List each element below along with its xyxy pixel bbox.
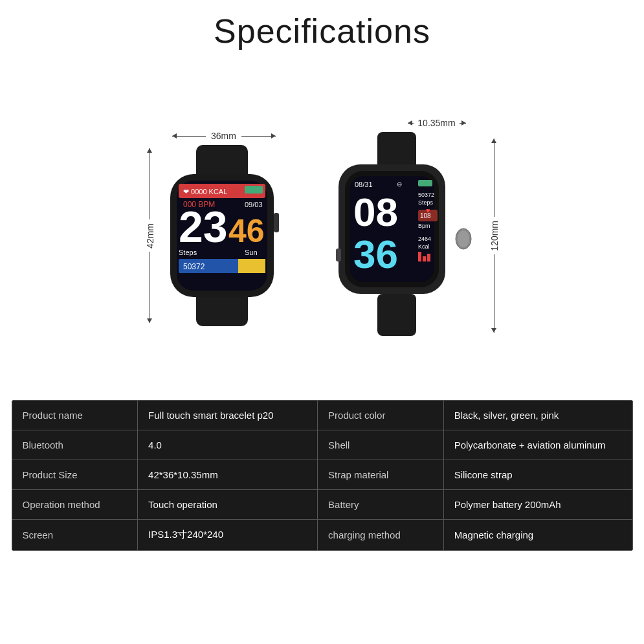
svg-text:Bpm: Bpm bbox=[418, 223, 430, 229]
spec-row-4: ScreenIPS1.3寸240*240charging methodMagne… bbox=[12, 520, 632, 551]
svg-text:Steps: Steps bbox=[179, 249, 197, 256]
svg-text:50372: 50372 bbox=[418, 192, 434, 198]
page-container: Specifications 36mm 4 bbox=[0, 0, 644, 644]
front-watch-row: 42mm ❤ bbox=[145, 145, 283, 326]
svg-rect-34 bbox=[418, 252, 421, 261]
svg-text:♥: ♥ bbox=[426, 206, 430, 214]
title-section: Specifications bbox=[0, 0, 644, 57]
specs-table: Product nameFull touch smart bracelet p2… bbox=[12, 400, 633, 551]
side-height-label: 120mm bbox=[489, 217, 500, 255]
svg-text:50372: 50372 bbox=[183, 262, 205, 271]
svg-rect-14 bbox=[238, 259, 265, 273]
svg-rect-22 bbox=[418, 180, 432, 186]
svg-text:08: 08 bbox=[353, 190, 398, 234]
spec-label-0-1: Product name bbox=[12, 401, 138, 430]
spec-value-1-2: Polycarbonate + aviation aluminum bbox=[443, 430, 632, 460]
front-watch-area: 36mm 42mm bbox=[145, 131, 283, 326]
svg-rect-35 bbox=[423, 256, 426, 261]
svg-text:Steps: Steps bbox=[418, 199, 434, 206]
spec-value-2-1: 42*36*10.35mm bbox=[138, 460, 318, 490]
spec-row-0: Product nameFull touch smart bracelet p2… bbox=[12, 401, 632, 430]
svg-rect-36 bbox=[427, 254, 430, 261]
spec-value-1-1: 4.0 bbox=[138, 430, 318, 460]
svg-rect-16 bbox=[274, 213, 279, 232]
svg-text:36: 36 bbox=[353, 232, 398, 276]
spec-label-3-2: Battery bbox=[318, 490, 444, 520]
svg-text:Kcal: Kcal bbox=[418, 243, 430, 250]
svg-text:Sun: Sun bbox=[245, 249, 258, 256]
spec-label-2-1: Product Size bbox=[12, 460, 138, 490]
svg-text:08/31: 08/31 bbox=[355, 181, 373, 188]
side-watch-svg: 08/31 ⊖ 08 36 50372 Steps 108 Bpm ♥ bbox=[322, 132, 484, 339]
spec-row-2: Product Size42*36*10.35mmStrap materialS… bbox=[12, 460, 632, 490]
svg-text:❤ 0000  KCAL: ❤ 0000 KCAL bbox=[183, 188, 227, 195]
side-watch-row: 08/31 ⊖ 08 36 50372 Steps 108 Bpm ♥ bbox=[322, 132, 500, 339]
spec-label-4-2: charging method bbox=[318, 520, 444, 551]
spec-value-0-1: Full touch smart bracelet p20 bbox=[138, 401, 318, 430]
spec-row-3: Operation methodTouch operationBatteryPo… bbox=[12, 490, 632, 520]
spec-value-4-2: Magnetic charging bbox=[443, 520, 632, 551]
spec-row-1: Bluetooth4.0ShellPolycarbonate + aviatio… bbox=[12, 430, 632, 460]
svg-text:09/03: 09/03 bbox=[245, 201, 263, 208]
diagram-section: 36mm 42mm bbox=[0, 57, 644, 400]
spec-label-1-2: Shell bbox=[318, 430, 444, 460]
svg-text:46: 46 bbox=[228, 213, 265, 249]
width-dimension: 36mm bbox=[172, 131, 276, 141]
side-width-dimension: 10.35mm bbox=[408, 118, 466, 128]
spec-label-3-1: Operation method bbox=[12, 490, 138, 520]
svg-rect-40 bbox=[336, 249, 341, 261]
svg-text:⊖: ⊖ bbox=[397, 181, 402, 188]
height-dimension: 42mm bbox=[145, 148, 155, 323]
spec-value-2-2: Silicone strap bbox=[443, 460, 632, 490]
front-watch-svg: ❤ 0000 KCAL 000 BPM 09/03 23 46 Steps Su… bbox=[161, 145, 283, 326]
svg-point-39 bbox=[458, 230, 469, 247]
svg-text:2464: 2464 bbox=[418, 236, 431, 242]
spec-label-4-1: Screen bbox=[12, 520, 138, 551]
specs-section: Product nameFull touch smart bracelet p2… bbox=[12, 400, 633, 551]
side-watch-area: 10.35mm 08/31 bbox=[322, 118, 500, 339]
spec-value-4-1: IPS1.3寸240*240 bbox=[138, 520, 318, 551]
svg-rect-6 bbox=[245, 186, 263, 194]
side-height-dimension: 120mm bbox=[489, 139, 500, 333]
svg-text:23: 23 bbox=[179, 202, 228, 251]
side-width-label: 10.35mm bbox=[414, 118, 459, 128]
spec-label-2-2: Strap material bbox=[318, 460, 444, 490]
spec-value-3-1: Touch operation bbox=[138, 490, 318, 520]
page-title: Specifications bbox=[0, 12, 644, 50]
spec-value-0-2: Black, silver, green, pink bbox=[443, 401, 632, 430]
spec-value-3-2: Polymer battery 200mAh bbox=[443, 490, 632, 520]
height-label: 42mm bbox=[145, 219, 155, 252]
svg-rect-37 bbox=[377, 294, 416, 336]
spec-label-1-1: Bluetooth bbox=[12, 430, 138, 460]
spec-label-0-2: Product color bbox=[318, 401, 444, 430]
width-label: 36mm bbox=[206, 131, 241, 141]
